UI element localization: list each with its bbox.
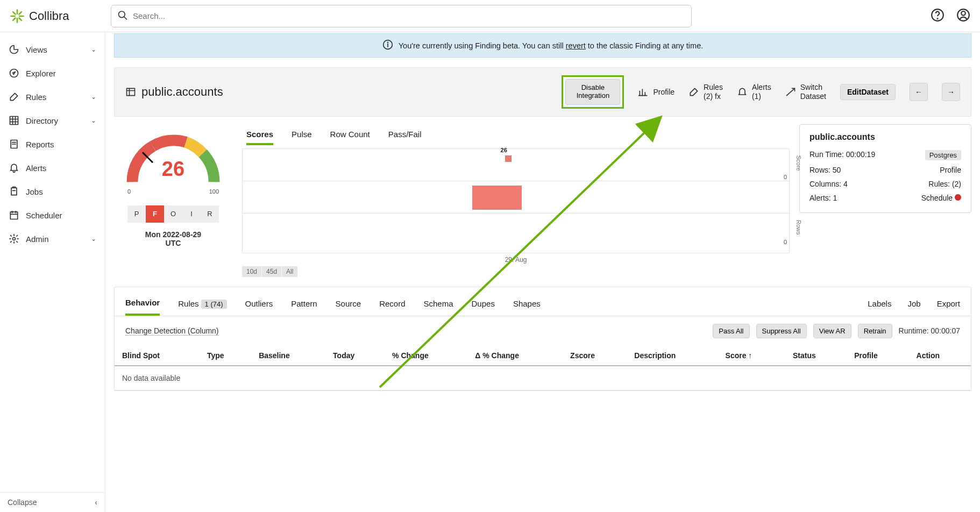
empty-row: No data available	[115, 366, 971, 390]
profile-link[interactable]: Profile	[940, 166, 961, 174]
tab-pattern[interactable]: Pattern	[291, 294, 317, 315]
runtime-label: Runtime: 00:00:07	[899, 326, 960, 335]
nav: Views ⌄ Explorer Rules ⌄ Directory ⌄ Rep…	[0, 32, 105, 492]
tab-pulse[interactable]: Pulse	[292, 125, 312, 145]
col-score[interactable]: Score	[718, 346, 785, 366]
user-icon[interactable]	[956, 8, 970, 24]
col-status[interactable]: Status	[785, 346, 847, 366]
retrain-button[interactable]: Retrain	[858, 324, 892, 338]
chevron-down-icon: ⌄	[91, 93, 96, 101]
chevron-down-icon: ⌄	[91, 235, 96, 243]
switch-dataset-action[interactable]: SwitchDataset	[785, 83, 826, 101]
col-pct-change[interactable]: % Change	[385, 346, 467, 366]
tab-source[interactable]: Source	[336, 294, 361, 315]
svg-rect-34	[127, 88, 135, 95]
chart-tabs: Scores Pulse Row Count Pass/Fail	[242, 124, 790, 145]
sidebar-item-explorer[interactable]: Explorer	[0, 61, 105, 85]
rows-bar	[472, 186, 522, 210]
tab-pass-fail[interactable]: Pass/Fail	[388, 125, 422, 145]
page-title: public.accounts	[125, 85, 223, 99]
tab-schema[interactable]: Schema	[423, 294, 453, 315]
prev-button[interactable]: ←	[910, 83, 928, 101]
lower-tabs: Behavior Rules1 (74) Outliers Pattern So…	[115, 287, 971, 316]
tab-behavior[interactable]: Behavior	[125, 293, 160, 316]
chevron-down-icon: ⌄	[91, 46, 96, 53]
sidebar-item-label: Views	[26, 45, 47, 54]
tab-export[interactable]: Export	[937, 294, 960, 315]
col-type[interactable]: Type	[200, 346, 251, 366]
sidebar-item-jobs[interactable]: Jobs	[0, 180, 105, 203]
suppress-all-button[interactable]: Suppress All	[756, 324, 807, 338]
sidebar-item-rules[interactable]: Rules ⌄	[0, 85, 105, 109]
range-45d[interactable]: 45d	[262, 266, 281, 277]
grade-p[interactable]: P	[127, 205, 146, 223]
svg-line-5	[19, 18, 22, 20]
profile-action[interactable]: Profile	[638, 87, 674, 97]
col-description[interactable]: Description	[627, 346, 718, 366]
collapse-label: Collapse	[8, 498, 37, 507]
help-icon[interactable]	[931, 8, 945, 24]
tab-row-count[interactable]: Row Count	[330, 125, 370, 145]
grade-i[interactable]: I	[182, 205, 201, 223]
sidebar-item-views[interactable]: Views ⌄	[0, 38, 105, 61]
sidebar-item-label: Explorer	[26, 69, 56, 78]
collapse-button[interactable]: Collapse ‹	[0, 492, 105, 512]
change-detection-link[interactable]: Change Detection (Column)	[125, 326, 219, 336]
chart-area: 26 0 Score 0 Rows 29. Aug	[242, 148, 790, 253]
sidebar-item-reports[interactable]: Reports	[0, 132, 105, 156]
tab-job[interactable]: Job	[907, 294, 920, 315]
view-ar-button[interactable]: View AR	[813, 324, 851, 338]
sidebar-item-scheduler[interactable]: Scheduler	[0, 203, 105, 227]
sidebar-item-alerts[interactable]: Alerts	[0, 156, 105, 180]
grade-o[interactable]: O	[164, 205, 182, 223]
chevron-down-icon: ⌄	[91, 117, 96, 124]
time-range: 10d 45d All	[242, 266, 790, 277]
sub-bar: Change Detection (Column) Pass All Suppr…	[115, 316, 971, 346]
tab-labels[interactable]: Labels	[868, 294, 891, 315]
svg-point-30	[13, 238, 16, 240]
rules-link[interactable]: Rules: (2)	[928, 180, 961, 188]
svg-line-6	[19, 12, 22, 14]
alerts-action[interactable]: Alerts(1)	[737, 83, 771, 101]
tab-scores[interactable]: Scores	[246, 125, 273, 145]
rules-action[interactable]: Rules(2) fx	[688, 83, 723, 101]
behavior-table: Blind Spot Type Baseline Today % Change …	[115, 346, 971, 390]
col-blind-spot[interactable]: Blind Spot	[115, 346, 200, 366]
pass-all-button[interactable]: Pass All	[713, 324, 749, 338]
grade-f[interactable]: F	[146, 205, 164, 223]
lower-panel: Behavior Rules1 (74) Outliers Pattern So…	[114, 287, 971, 391]
disable-integration-button[interactable]: Disable Integration	[565, 79, 620, 105]
col-today[interactable]: Today	[325, 346, 385, 366]
col-profile[interactable]: Profile	[847, 346, 908, 366]
edit-dataset-button[interactable]: EditDataset	[840, 84, 896, 100]
revert-link[interactable]: revert	[566, 41, 586, 50]
tab-dupes[interactable]: Dupes	[472, 294, 495, 315]
logo[interactable]: Collibra	[10, 9, 101, 24]
grade-r[interactable]: R	[201, 205, 219, 223]
chart-panel: Scores Pulse Row Count Pass/Fail 26 0 Sc…	[242, 124, 790, 277]
tab-rules[interactable]: Rules1 (74)	[178, 294, 226, 315]
tab-record[interactable]: Record	[379, 294, 405, 315]
col-delta-pct[interactable]: Δ % Change	[467, 346, 563, 366]
range-all[interactable]: All	[282, 266, 297, 277]
gauge-score: 26	[122, 158, 224, 181]
info-title: public.accounts	[809, 132, 961, 142]
range-10d[interactable]: 10d	[242, 266, 261, 277]
col-action[interactable]: Action	[909, 346, 971, 366]
topbar: Collibra	[0, 0, 980, 32]
tab-shapes[interactable]: Shapes	[513, 294, 541, 315]
col-zscore[interactable]: Zscore	[563, 346, 627, 366]
top-icons	[931, 8, 970, 24]
grade-row: P F O I R	[114, 205, 232, 223]
gauge-date: Mon 2022-08-29 UTC	[114, 230, 232, 247]
svg-point-33	[387, 42, 388, 42]
col-baseline[interactable]: Baseline	[251, 346, 325, 366]
tab-outliers[interactable]: Outliers	[245, 294, 273, 315]
score-bar	[505, 155, 512, 162]
schedule-link[interactable]: Schedule	[921, 194, 953, 202]
svg-point-11	[937, 18, 938, 19]
sidebar-item-admin[interactable]: Admin ⌄	[0, 227, 105, 251]
search-input[interactable]	[111, 5, 692, 27]
sidebar-item-directory[interactable]: Directory ⌄	[0, 109, 105, 132]
next-button[interactable]: →	[942, 83, 960, 101]
